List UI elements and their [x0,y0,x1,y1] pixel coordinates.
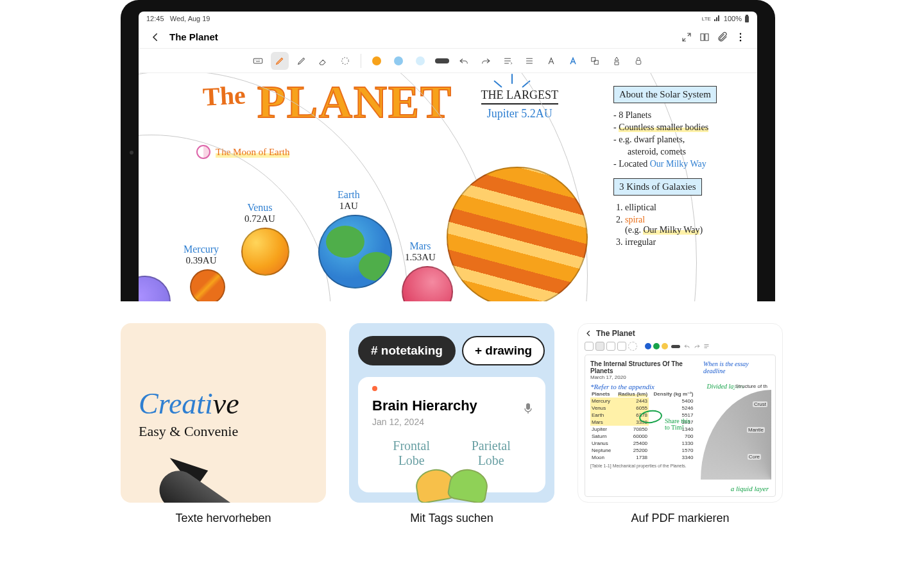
signal-icon [714,15,721,22]
battery-percent: 100% [724,15,742,22]
note-header: The Planet [139,26,757,49]
planet-cutaway-icon: Structure of th Crust Mantle Core [701,390,771,480]
svg-point-3 [740,36,741,37]
svg-point-4 [740,40,741,41]
planet-mercury [190,269,225,301]
annotation-liquid: a liquid layer [731,485,769,492]
mini-keyboard[interactable] [585,342,594,351]
front-camera [130,151,133,155]
mic-icon [524,403,533,417]
mini-lasso[interactable] [628,342,637,351]
redo-button[interactable] [477,52,495,70]
lasso-tool[interactable] [336,52,354,70]
svg-point-6 [341,57,348,64]
mini-color-yellow[interactable] [662,343,668,349]
mini-stroke[interactable] [671,345,680,348]
card2-thumb: # notetaking + drawing Brain Hierarchy J… [349,323,554,503]
lobe-parietal: Parietal Lobe [472,439,511,468]
text-tool[interactable] [542,52,560,70]
card3-thumb: The Planet [578,323,783,503]
label-mars: Mars 1.53AU [405,240,436,263]
note-preview-title: Brain Hierarchy [372,398,531,414]
network-indicator: LTE [702,16,711,22]
mini-align[interactable] [703,342,710,350]
back-button[interactable] [146,28,164,46]
battery-icon [744,15,749,22]
tablet-screen: 12:45 Wed, Aug 19 LTE 100% The Planet [139,12,757,301]
svg-rect-10 [526,403,530,410]
tag-notetaking[interactable]: # notetaking [358,336,456,365]
svg-rect-1 [746,15,748,16]
notes-heading-2: 3 Kinds of Galaxies [613,178,702,196]
status-date: Wed, Aug 19 [170,15,210,22]
recording-icon [372,386,377,391]
card1-caption: Texte hervorheben [121,512,326,525]
mini-pen[interactable] [595,342,604,351]
planet-venus [241,228,289,276]
card-pdf-markup: The Planet [578,323,783,525]
convert-tool[interactable] [520,52,538,70]
drawing-toolbar [139,49,757,73]
eraser-tool[interactable] [314,52,332,70]
lock-tool[interactable] [629,52,647,70]
card-search-tags: # notetaking + drawing Brain Hierarchy J… [349,323,554,525]
notes-heading-1: About the Solar System [613,86,717,103]
label-mercury: Mercury 0.39AU [184,244,219,266]
status-time: 12:45 [146,15,164,22]
tablet-frame: 12:45 Wed, Aug 19 LTE 100% The Planet [121,0,775,301]
mini-undo[interactable] [683,342,691,350]
attach-icon[interactable] [714,28,732,46]
table-row: Mercury24435400 [590,398,694,405]
note-title: The Planet [169,31,218,42]
color-lightblue[interactable] [411,52,429,70]
annotation-refer: *Refer to the appendix [590,383,654,390]
undo-button[interactable] [455,52,473,70]
mini-title: The Planet [596,329,635,338]
feature-cards: Creative Easy & Convenie Texte hervorheb… [121,323,784,525]
color-orange[interactable] [368,52,386,70]
align-tool[interactable] [499,52,517,70]
back-icon[interactable] [585,330,592,337]
table-row: Uranus254001330 [590,440,694,447]
color-blue[interactable] [389,52,407,70]
label-earth: Earth 1AU [338,189,360,212]
mini-redo[interactable] [693,342,701,350]
table-row: Venus60555246 [590,405,694,412]
toolbar-divider [361,54,361,68]
svg-rect-7 [591,57,595,61]
planet-earth [318,215,392,289]
reader-icon[interactable] [696,28,714,46]
pen-tool[interactable] [271,52,289,70]
brain-icon [416,469,488,501]
expand-icon[interactable] [678,28,696,46]
annotation-share: Share this to Tim! [665,418,690,431]
card2-caption: Mit Tags suchen [349,512,554,525]
note-canvas[interactable]: The PLANET THE LARGEST Jupiter 5.2AU The… [139,73,757,301]
mini-color-green[interactable] [653,343,660,349]
mini-toolbar [585,342,776,351]
keyboard-tool[interactable] [249,52,267,70]
mini-eraser[interactable] [617,342,626,351]
more-icon[interactable] [732,28,749,46]
stroke-width[interactable] [433,52,451,70]
table-row: Saturn60000700 [590,433,694,440]
shape-tool[interactable] [608,52,626,70]
table-row: Moon17383340 [590,454,694,461]
svg-rect-8 [594,60,598,64]
highlighter-tool[interactable] [293,52,311,70]
annotation-deadline: When is the essay deadline [703,360,770,374]
note-preview-date: Jan 12, 2024 [372,417,531,427]
lobe-frontal: Frontal Lobe [393,439,430,468]
svg-rect-9 [636,60,641,64]
mini-highlighter[interactable] [606,342,615,351]
tag-drawing[interactable]: + drawing [462,336,545,365]
card-highlight-text: Creative Easy & Convenie Texte hervorheb… [121,323,326,525]
zoom-tool[interactable] [586,52,604,70]
mini-color-blue[interactable] [645,343,651,349]
svg-rect-5 [253,58,262,63]
note-preview-card[interactable]: Brain Hierarchy Jan 12, 2024 Frontal Lob… [358,377,545,492]
status-bar: 12:45 Wed, Aug 19 LTE 100% [139,12,757,26]
pdf-document[interactable]: The Internal Structures Of The Planets M… [585,355,776,497]
table-row: Neptune252001570 [590,447,694,454]
style-tool[interactable] [564,52,582,70]
